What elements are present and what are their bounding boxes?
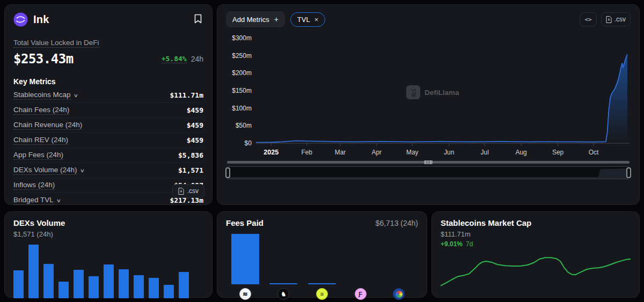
tvl-chart-panel: Add Metrics + TVL × <> .csv $0$50m$100m$… <box>217 4 640 205</box>
metric-value: $459 <box>187 106 203 114</box>
fee-bar <box>308 283 336 284</box>
chart-export-csv-button[interactable]: .csv <box>601 12 631 26</box>
y-axis-tick-label: $100m <box>232 105 252 112</box>
bookmark-icon[interactable] <box>193 13 203 26</box>
stablecoins-change: +9.01% <box>441 240 463 248</box>
y-axis-tick-label: $200m <box>232 69 252 77</box>
y-axis-tick-label: $300m <box>232 34 252 42</box>
metric-label[interactable]: Bridged TVL <box>13 196 54 205</box>
tvl-line <box>256 54 627 143</box>
fees-paid-bar-chart[interactable] <box>226 233 418 284</box>
dex-volume-bar <box>119 269 129 298</box>
dex-volume-bar <box>89 276 99 298</box>
tvl-label[interactable]: Total Value Locked in DeFi <box>13 39 99 48</box>
embed-code-button[interactable]: <> <box>580 12 596 26</box>
dex-volume-bar <box>104 264 114 298</box>
metric-row: Chain Fees (24h)$459 <box>13 103 203 118</box>
stablecoins-line-chart[interactable] <box>441 249 631 290</box>
rainbow-glyph <box>396 291 402 298</box>
metric-label[interactable]: DEXs Volume (24h) <box>13 166 77 175</box>
datazoom-slider[interactable] <box>227 166 630 179</box>
fee-bar <box>269 283 297 284</box>
metric-value: $459 <box>187 121 203 129</box>
tvl-value: $253.43m <box>13 51 74 67</box>
stablecoins-mcap-panel: Stablecoins Market Cap $111.71m +9.01% 7… <box>431 211 640 298</box>
dex-volume-bar <box>28 245 39 298</box>
sidebar-export-csv-button[interactable]: .csv <box>172 184 204 198</box>
stablecoins-value: $111.71m <box>441 230 631 238</box>
chart-scrollbar[interactable] <box>227 160 630 164</box>
dex-volume-bar <box>164 285 174 298</box>
x-axis-tick-label: Oct <box>589 149 599 156</box>
tvl-change-period: 24h <box>191 55 203 63</box>
protocol-3-icon: ≡ <box>316 288 328 300</box>
dexs-volume-panel: DEXs Volume $1,571 (24h) <box>4 211 213 298</box>
close-icon[interactable]: × <box>314 16 319 24</box>
fee-bar-slot <box>303 283 341 284</box>
tvl-line-chart[interactable]: $0$50m$100m$150m$200m$250m$300m2025FebMa… <box>226 32 631 159</box>
dexs-volume-bar-chart[interactable] <box>13 245 203 298</box>
datazoom-right-handle[interactable] <box>626 167 631 178</box>
metric-label[interactable]: Inflows (24h) <box>13 181 55 190</box>
metric-row: Chain Revenue (24h)$459 <box>13 118 203 133</box>
fees-paid-value: $6,713 (24h) <box>376 219 418 227</box>
x-axis-tick-label: Apr <box>371 149 382 156</box>
dex-volume-bar <box>134 275 144 298</box>
metric-label[interactable]: Stablecoins Mcap <box>13 91 71 100</box>
metric-value: $5,836 <box>178 151 203 159</box>
dex-volume-bar <box>149 278 159 298</box>
defillama-chain-dashboard: Ink Total Value Locked in DeFi $253.43m … <box>0 0 644 302</box>
protocol-1-icon: ≋ <box>239 288 251 300</box>
scrollbar-handle[interactable] <box>424 160 433 164</box>
metric-row: Stablecoins Mcap∨$111.71m <box>13 88 203 103</box>
datazoom-left-handle[interactable] <box>225 167 230 178</box>
key-metrics-title: Key Metrics <box>13 77 203 86</box>
y-axis-tick-label: $50m <box>236 122 252 129</box>
dex-volume-bar <box>179 272 189 298</box>
add-metrics-button[interactable]: Add Metrics + <box>226 11 285 27</box>
datazoom-data-shadow <box>228 167 629 179</box>
metric-label[interactable]: App Fees (24h) <box>13 151 63 160</box>
metric-value: $1,571 <box>178 166 203 174</box>
chain-title: Ink <box>33 13 49 26</box>
dexs-volume-title: DEXs Volume <box>13 218 203 227</box>
dex-volume-bar <box>74 270 84 298</box>
x-axis-tick-label: Jun <box>444 149 454 156</box>
metric-row: Chain REV (24h)$459 <box>13 133 203 148</box>
plus-icon: + <box>274 15 279 24</box>
metric-label[interactable]: Chain REV (24h) <box>13 136 68 145</box>
fees-paid-panel: Fees Paid $6,713 (24h) ≋♞≡Ƒ <box>217 211 427 298</box>
protocol-5-icon <box>393 288 405 300</box>
fee-bar-slot <box>226 234 265 284</box>
tvl-change-badge[interactable]: +5.84% <box>162 55 187 63</box>
y-axis-tick-label: $150m <box>232 87 252 94</box>
metric-value: $459 <box>187 136 203 144</box>
chevron-down-icon[interactable]: ∨ <box>79 168 84 173</box>
fees-protocol-icons: ≋♞≡Ƒ <box>226 288 418 300</box>
ink-logo-icon <box>13 12 28 27</box>
chain-overview-panel: Ink Total Value Locked in DeFi $253.43m … <box>4 4 213 205</box>
chevron-down-icon[interactable]: ∨ <box>56 198 61 203</box>
metric-label[interactable]: Chain Revenue (24h) <box>13 121 82 130</box>
protocol-2-icon: ♞ <box>277 288 289 300</box>
x-axis-tick-label: 2025 <box>264 149 279 156</box>
dexs-volume-subtitle: $1,571 (24h) <box>13 230 203 238</box>
x-axis-tick-label: May <box>406 149 419 156</box>
metric-tag-tvl[interactable]: TVL × <box>290 12 325 27</box>
metric-row: DEXs Volume (24h)∨$1,571 <box>13 163 203 178</box>
dex-volume-bar <box>13 270 24 298</box>
tvl-area-fill <box>256 54 627 143</box>
x-axis-tick-label: Sep <box>552 149 564 156</box>
fee-bar <box>231 234 259 284</box>
csv-file-icon <box>178 188 184 195</box>
stablecoins-title: Stablecoins Market Cap <box>441 218 631 227</box>
metric-label[interactable]: Chain Fees (24h) <box>13 106 69 115</box>
x-axis-tick-label: Aug <box>515 149 526 156</box>
protocol-4-icon: Ƒ <box>355 288 367 300</box>
chevron-down-icon[interactable]: ∨ <box>73 93 78 98</box>
fee-bar-slot <box>265 283 303 284</box>
csv-file-icon <box>606 16 612 23</box>
stablecoins-change-period: 7d <box>466 240 473 248</box>
metric-row: App Fees (24h)$5,836 <box>13 148 203 163</box>
code-icon: <> <box>584 16 591 23</box>
